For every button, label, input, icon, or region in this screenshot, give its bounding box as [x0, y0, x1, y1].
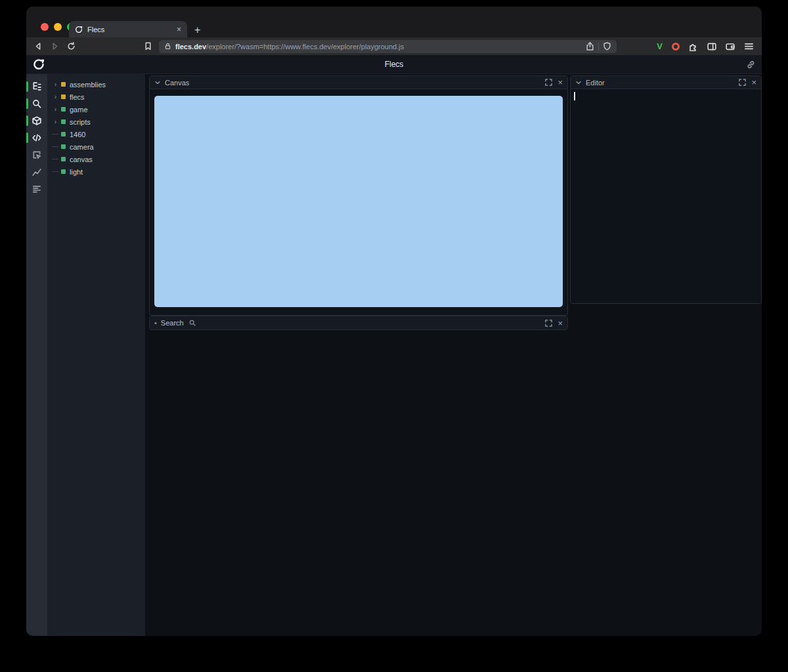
extension-v-icon[interactable]: V [657, 42, 663, 51]
active-indicator [26, 133, 28, 143]
tree-item-label: canvas [70, 156, 93, 163]
tree-branch-line [52, 134, 59, 135]
tree-item-label: scripts [70, 118, 91, 126]
panel-header-actions: × [545, 78, 563, 87]
active-indicator [26, 116, 28, 126]
code-scripts-icon [32, 133, 41, 142]
collapsed-bullet-icon[interactable]: • [154, 319, 157, 327]
browser-menu-icon[interactable] [744, 41, 754, 51]
entity-square-icon [61, 119, 66, 124]
app-content: › assemblies › flecs › game › scripts [26, 74, 762, 636]
tree-branch-line [52, 159, 59, 159]
entity-square-icon [61, 157, 66, 161]
tree-item[interactable]: light [47, 165, 145, 178]
editor-panel-header[interactable]: Editor × [571, 76, 761, 89]
flecs-logo-icon [33, 58, 45, 70]
extensions-puzzle-icon[interactable] [689, 42, 698, 51]
reload-icon[interactable] [67, 42, 76, 51]
tree-item[interactable]: camera [47, 140, 145, 153]
chevron-right-icon[interactable]: › [52, 81, 59, 88]
editor-text-area[interactable] [571, 89, 761, 303]
chevron-right-icon[interactable]: › [52, 106, 59, 113]
address-bar[interactable]: flecs.dev/explorer/?wasm=https://www.fle… [159, 40, 617, 53]
sidebar-item-inspector[interactable] [26, 146, 47, 163]
panel-header-actions: × [545, 319, 563, 327]
chevron-down-icon[interactable] [154, 79, 161, 86]
sidebar-toggle-icon[interactable] [707, 42, 716, 51]
close-icon[interactable]: × [558, 319, 563, 327]
url-text: flecs.dev/explorer/?wasm=https://www.fle… [175, 43, 404, 51]
new-tab-button[interactable]: + [194, 25, 200, 35]
wallet-icon[interactable] [726, 42, 735, 51]
page-title: Flecs [385, 60, 404, 69]
chevron-down-icon[interactable] [575, 79, 582, 86]
sidebar-item-statistics[interactable] [26, 163, 47, 180]
browser-window: Flecs × + flecs.dev/explorer/?wasm=https… [26, 7, 762, 636]
url-path: /explorer/?wasm=https://www.flecs.dev/ex… [206, 43, 404, 51]
panel-title: Canvas [165, 79, 189, 87]
expand-icon[interactable] [545, 79, 552, 86]
panel-title: Editor [586, 79, 605, 87]
entity-square-icon [61, 107, 66, 112]
active-indicator [26, 81, 28, 92]
tree-item-label: camera [70, 143, 94, 151]
statistics-chart-icon [32, 167, 41, 177]
text-caret [574, 92, 575, 100]
tree-item[interactable]: 1460 [47, 128, 145, 140]
url-domain: flecs.dev [175, 43, 206, 51]
canvas-panel-body [150, 89, 567, 315]
tree-item[interactable]: canvas [47, 153, 145, 165]
expand-icon[interactable] [545, 320, 552, 327]
editor-panel: Editor × [570, 75, 762, 304]
extension-dot-icon[interactable] [672, 43, 680, 51]
chevron-right-icon[interactable]: › [52, 94, 59, 100]
panel-title: Search [161, 319, 184, 327]
inspector-icon [32, 150, 41, 159]
sidebar-item-entity-tree[interactable] [26, 78, 47, 95]
tree-branch-line [52, 146, 59, 147]
shield-icon[interactable] [603, 42, 611, 51]
tree-item-label: assemblies [70, 81, 106, 89]
sidebar-item-scripts[interactable] [26, 129, 47, 146]
sidebar-item-query[interactable] [26, 95, 47, 112]
tab-title: Flecs [87, 26, 172, 33]
forward-icon[interactable] [51, 42, 59, 51]
bookmark-icon[interactable] [144, 42, 152, 51]
close-window-button[interactable] [41, 23, 49, 31]
browser-tab-flecs[interactable]: Flecs × [69, 21, 187, 37]
sidebar-item-entities[interactable] [26, 112, 47, 129]
entity-square-icon [61, 169, 66, 174]
commands-rows-icon [32, 184, 41, 194]
left-icon-sidebar [26, 74, 47, 636]
close-icon[interactable]: × [751, 78, 756, 87]
module-square-icon [61, 82, 66, 87]
close-icon[interactable]: × [558, 78, 563, 87]
permalink-icon[interactable] [747, 60, 755, 69]
tab-close-icon[interactable]: × [177, 26, 181, 33]
tree-item-label: game [70, 106, 88, 114]
entity-square-icon [61, 132, 66, 136]
browser-toolbar: flecs.dev/explorer/?wasm=https://www.fle… [26, 37, 762, 55]
search-panel: • Search × [149, 316, 568, 330]
webgl-canvas[interactable] [154, 96, 563, 307]
tree-item-label: flecs [70, 93, 85, 101]
canvas-panel-header[interactable]: Canvas × [150, 76, 567, 89]
canvas-panel: Canvas × [149, 75, 568, 316]
entity-tree-panel: › assemblies › flecs › game › scripts [47, 74, 145, 636]
tree-item[interactable]: › game [47, 103, 145, 116]
minimize-window-button[interactable] [54, 23, 62, 31]
extension-cluster: V [657, 41, 754, 51]
tree-branch-line [52, 171, 59, 172]
sidebar-item-commands[interactable] [26, 180, 47, 198]
expand-icon[interactable] [739, 79, 746, 86]
share-icon[interactable] [586, 42, 594, 51]
tree-item[interactable]: › scripts [47, 116, 145, 128]
tree-item[interactable]: › flecs [47, 91, 145, 103]
entity-tree-icon [32, 82, 41, 91]
chevron-right-icon[interactable]: › [52, 119, 59, 125]
browser-tab-bar: Flecs × + [26, 7, 762, 37]
tree-item[interactable]: › assemblies [47, 78, 145, 91]
search-panel-header[interactable]: • Search × [150, 316, 567, 329]
app-header: Flecs [26, 55, 762, 74]
back-icon[interactable] [34, 42, 43, 51]
